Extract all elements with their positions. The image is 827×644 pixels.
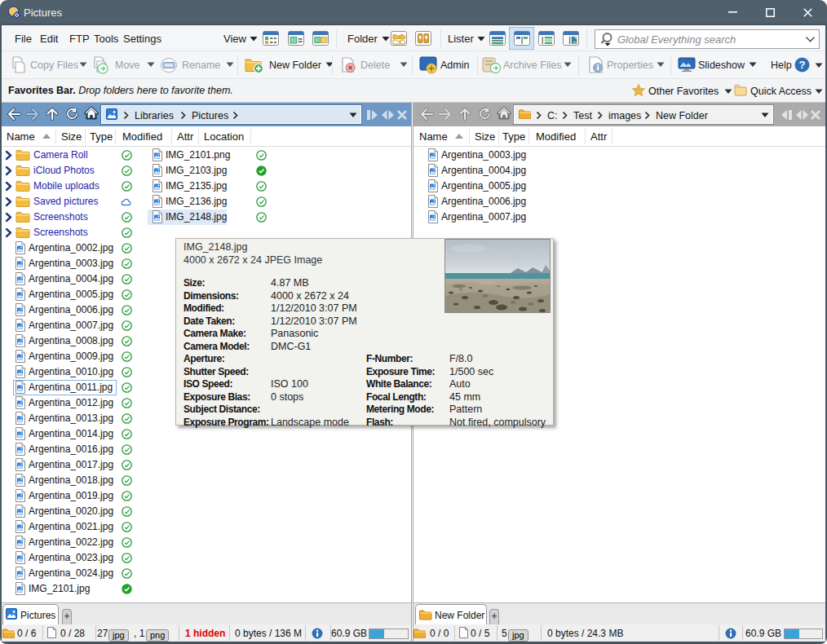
svg-text:?: ?	[799, 59, 806, 71]
